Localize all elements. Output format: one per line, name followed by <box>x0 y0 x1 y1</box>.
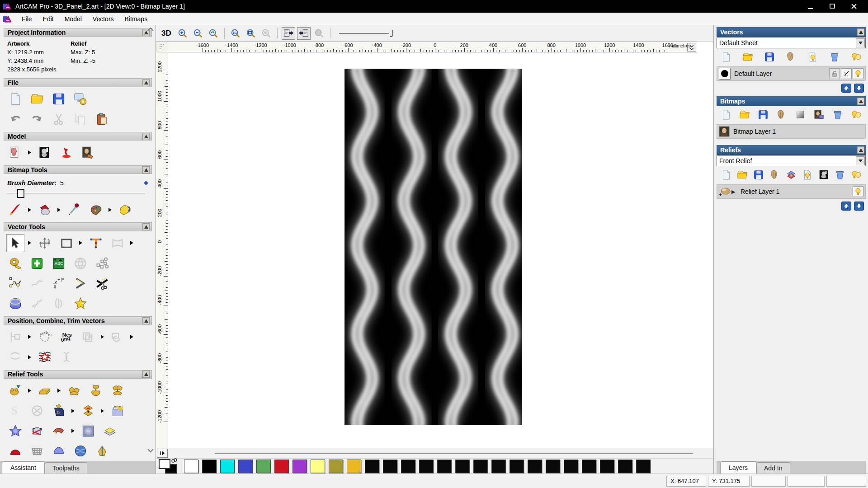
flyout-arrow-icon[interactable] <box>101 335 105 339</box>
palette-swatch-6[interactable] <box>292 460 307 473</box>
primary-colour-swatch[interactable] <box>159 459 170 469</box>
bulb-page-icon[interactable] <box>801 169 814 181</box>
layer-visibility-bulb-button[interactable] <box>853 186 863 197</box>
snap-to-layer-button[interactable] <box>841 68 852 79</box>
switch-3d-view-button[interactable]: 3D <box>161 29 171 38</box>
save-file-icon[interactable] <box>50 90 68 108</box>
merge-layers-icon[interactable] <box>775 108 788 121</box>
flood-fill-icon[interactable] <box>36 201 54 219</box>
relief-select[interactable]: Front Relief <box>717 155 866 166</box>
menu-edit[interactable]: Edit <box>38 14 59 24</box>
section-header-model[interactable]: Model <box>4 132 152 141</box>
palette-swatch-24[interactable] <box>618 460 632 473</box>
section-header-vector-tools[interactable]: Vector Tools <box>4 222 152 231</box>
palette-swatch-20[interactable] <box>546 460 560 473</box>
transform-vectors-icon[interactable] <box>36 234 54 252</box>
texture-flood-icon[interactable] <box>116 201 134 219</box>
trash-icon[interactable] <box>828 51 841 63</box>
distort-vectors-icon[interactable] <box>36 348 54 366</box>
basket-weave-icon[interactable] <box>28 442 46 460</box>
vector-layer-row[interactable]: Default Layer <box>717 66 866 81</box>
paste-icon[interactable] <box>93 110 111 128</box>
section-header-relief-tools[interactable]: Relief Tools <box>4 370 152 379</box>
mona-copy-icon[interactable] <box>812 108 826 121</box>
menu-vectors[interactable]: Vectors <box>87 14 119 24</box>
scroll-down-icon[interactable] <box>147 448 154 453</box>
nesting-icon[interactable]: Nesting <box>57 328 75 346</box>
measure-tool-icon[interactable] <box>6 254 24 272</box>
greyscale-square-icon[interactable] <box>794 108 807 121</box>
palette-swatch-2[interactable] <box>220 460 235 473</box>
palette-swatch-13[interactable] <box>419 460 434 473</box>
new-model-icon[interactable] <box>6 90 24 108</box>
layer-visibility-bulb-button[interactable] <box>853 68 863 79</box>
toggle-bitmap-visibility-button[interactable] <box>282 27 295 40</box>
maximize-button[interactable] <box>827 2 837 10</box>
bulb-page-icon[interactable] <box>806 51 820 63</box>
adjust-model-icon[interactable] <box>36 144 54 162</box>
open-folder-icon[interactable] <box>741 51 755 63</box>
new-page-icon[interactable] <box>719 108 733 121</box>
new-page-icon[interactable] <box>719 51 733 63</box>
close-button[interactable] <box>849 2 859 10</box>
flyout-arrow-icon[interactable] <box>28 388 32 393</box>
zoom-fit-button[interactable] <box>244 27 258 40</box>
shape-editor-icon[interactable] <box>6 381 24 399</box>
new-page-icon[interactable] <box>719 169 733 181</box>
expand-layer-icon[interactable]: ▶ <box>731 189 737 195</box>
palette-swatch-5[interactable] <box>274 460 289 473</box>
flyout-arrow-icon[interactable] <box>28 207 32 212</box>
palette-swatch-9[interactable] <box>347 460 361 473</box>
menu-model[interactable]: Model <box>59 14 87 24</box>
open-file-icon[interactable] <box>28 90 46 108</box>
create-cross-icon[interactable] <box>28 254 46 272</box>
zoom-out-button[interactable] <box>191 27 205 40</box>
set-model-size-icon[interactable] <box>6 144 24 162</box>
menu-bitmaps[interactable]: Bitmaps <box>119 14 153 24</box>
bulbs-all-icon[interactable] <box>849 108 863 121</box>
wrap-relief-icon[interactable] <box>28 422 46 440</box>
flyout-arrow-icon[interactable] <box>28 335 32 339</box>
slider-handle[interactable] <box>17 189 24 198</box>
flyout-arrow-icon[interactable] <box>28 241 32 245</box>
bitmap-layer-row[interactable]: Bitmap Layer 1 <box>717 124 866 139</box>
cast-shape-icon[interactable] <box>108 381 127 399</box>
horizontal-scrollbar[interactable] <box>215 453 693 454</box>
red-cap-tool-icon[interactable] <box>6 442 24 460</box>
canvas-area[interactable] <box>168 52 705 448</box>
palette-swatch-3[interactable] <box>238 460 253 473</box>
flyout-arrow-icon[interactable] <box>79 241 83 245</box>
palette-swatch-7[interactable] <box>311 460 325 473</box>
open-folder-icon[interactable] <box>738 108 751 121</box>
palette-swatch-4[interactable] <box>256 460 271 473</box>
fade-slider-track[interactable] <box>339 33 389 34</box>
section-header-position-combine-trim[interactable]: Position, Combine, Trim Vectors <box>4 316 152 325</box>
slider-track[interactable] <box>7 193 146 193</box>
move-layer-up-button[interactable] <box>841 202 851 211</box>
palette-swatch-11[interactable] <box>383 460 397 473</box>
collapse-icon[interactable] <box>857 98 864 105</box>
palette-swatch-17[interactable] <box>491 460 506 473</box>
create-polyline-icon[interactable] <box>6 274 24 292</box>
palette-swatch-15[interactable] <box>455 460 470 473</box>
merge-layers-icon[interactable] <box>768 169 782 181</box>
scroll-up-icon[interactable] <box>147 27 154 32</box>
palette-swatch-22[interactable] <box>582 460 596 473</box>
palette-swatch-1[interactable] <box>202 460 217 473</box>
colour-picker-icon[interactable] <box>65 201 83 219</box>
section-header-project-information[interactable]: Project Information <box>4 28 152 37</box>
bitmap-artwork[interactable] <box>344 69 522 425</box>
palette-swatch-19[interactable] <box>528 460 542 473</box>
tab-assistant[interactable]: Assistant <box>2 461 45 474</box>
minimize-button[interactable] <box>806 2 816 10</box>
open-folder-icon[interactable] <box>736 169 749 181</box>
text-in-box-icon[interactable]: ABC <box>50 254 68 272</box>
zoom-previous-button[interactable] <box>207 27 220 40</box>
two-rail-sweep-icon[interactable] <box>65 381 83 399</box>
palette-swatch-14[interactable] <box>437 460 452 473</box>
palette-swatch-16[interactable] <box>473 460 488 473</box>
brush-diameter-slider[interactable] <box>7 188 148 198</box>
leaf-tool-icon[interactable] <box>93 442 111 460</box>
flyout-arrow-icon[interactable] <box>130 335 134 339</box>
dropdown-arrow-icon[interactable] <box>856 38 865 47</box>
